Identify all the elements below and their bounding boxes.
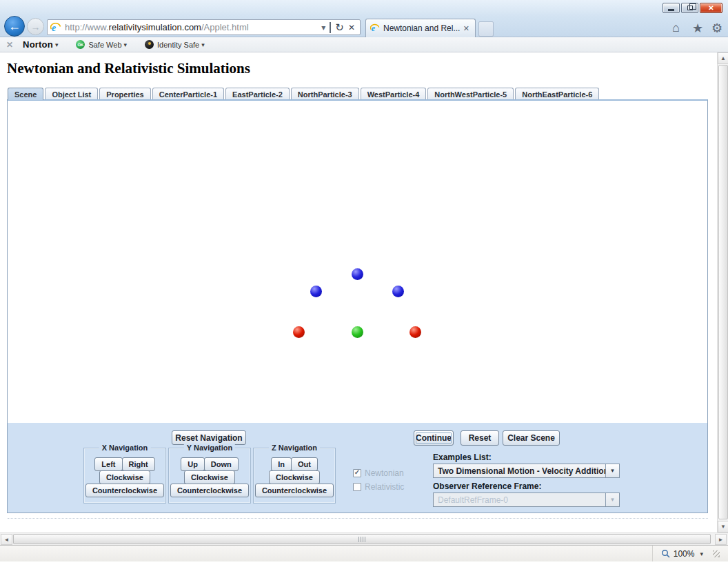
x-counterclockwise-button[interactable]: Counterclockwise xyxy=(85,484,164,497)
up-button[interactable]: Up xyxy=(181,457,205,471)
favorites-star-icon[interactable]: ★ xyxy=(692,21,703,36)
tools-gear-icon[interactable]: ⚙ xyxy=(711,21,722,36)
dropdown-arrow-icon[interactable]: ▼ xyxy=(605,464,619,477)
tab-close-icon[interactable]: ✕ xyxy=(462,24,471,33)
scroll-left-icon[interactable]: ◄ xyxy=(1,534,12,545)
z-clockwise-button[interactable]: Clockwise xyxy=(269,470,320,484)
tab-centerparticle-1[interactable]: CenterParticle-1 xyxy=(152,88,224,100)
observer-frame-dropdown: DefaultRefFrame-0 ▼ xyxy=(433,493,620,507)
newtonian-label: Newtonian xyxy=(365,468,404,478)
back-button[interactable]: ← xyxy=(4,16,25,37)
identity-safe-caret-icon: ▾ xyxy=(201,41,205,48)
tab-eastparticle-2[interactable]: EastParticle-2 xyxy=(225,88,290,100)
identity-safe-menu[interactable]: Identity Safe ▾ xyxy=(145,40,205,49)
zoom-control[interactable]: 100% ▾ xyxy=(652,546,728,561)
restore-icon xyxy=(687,6,693,10)
y-navigation-title: Y Navigation xyxy=(184,444,235,452)
continue-button[interactable]: Continue xyxy=(414,430,454,446)
identity-safe-icon xyxy=(145,40,154,49)
y-clockwise-button[interactable]: Clockwise xyxy=(184,470,235,484)
tab-westparticle-4[interactable]: WestParticle-4 xyxy=(361,88,427,100)
reset-navigation-button[interactable]: Reset Navigation xyxy=(172,430,246,445)
particle-west[interactable] xyxy=(293,326,305,338)
taskbar xyxy=(0,561,728,567)
home-icon[interactable]: ⌂ xyxy=(672,21,680,35)
refresh-icon[interactable]: ↻ xyxy=(335,22,344,32)
out-button[interactable]: Out xyxy=(291,457,318,471)
checkbox-box: ✓ xyxy=(353,483,361,491)
x-navigation-group: X Navigation Left Right Clockwise Counte… xyxy=(83,448,166,504)
examples-list-value: Two Dimensional Motion - Velocity Additi… xyxy=(434,464,605,477)
left-button[interactable]: Left xyxy=(94,457,122,471)
particle-center[interactable] xyxy=(352,326,363,338)
x-clockwise-button[interactable]: Clockwise xyxy=(99,470,150,484)
particle-northwest[interactable] xyxy=(310,286,322,297)
resize-grip[interactable] xyxy=(713,550,720,557)
z-navigation-group: Z Navigation In Out Clockwise Counterclo… xyxy=(253,448,336,504)
right-button[interactable]: Right xyxy=(122,457,155,471)
tab-scene[interactable]: Scene xyxy=(8,88,43,100)
examples-list-label: Examples List: xyxy=(433,452,492,462)
screen: ✕ ← → e http://www.relativitysimulation.… xyxy=(0,0,728,567)
scene-canvas[interactable] xyxy=(7,99,708,424)
tab-northeastparticle-6[interactable]: NorthEastParticle-6 xyxy=(515,88,599,100)
norton-toolbar: ✕ Norton ▾ OK Safe Web ▾ Identity Safe ▾ xyxy=(0,37,728,52)
scroll-up-icon[interactable]: ▲ xyxy=(718,52,728,64)
url-dropdown-icon[interactable]: ▾ xyxy=(321,23,325,32)
window-minimize-button[interactable] xyxy=(663,3,680,13)
forward-button[interactable]: → xyxy=(27,18,44,35)
browser-chrome: ✕ ← → e http://www.relativitysimulation.… xyxy=(0,0,728,37)
examples-list-dropdown[interactable]: Two Dimensional Motion - Velocity Additi… xyxy=(433,464,620,478)
down-button[interactable]: Down xyxy=(204,457,239,471)
ie-logo-icon: e xyxy=(50,22,61,33)
in-button[interactable]: In xyxy=(271,457,292,471)
z-counterclockwise-button[interactable]: Counterclockwise xyxy=(255,484,334,497)
vertical-scrollbar[interactable]: ▲ ▼ xyxy=(717,52,728,533)
x-navigation-title: X Navigation xyxy=(99,444,151,452)
particle-north[interactable] xyxy=(352,268,363,280)
window-restore-button[interactable] xyxy=(681,3,698,13)
safe-web-icon: OK xyxy=(76,40,85,49)
page-title: Newtonian and Relativistic Simulations xyxy=(7,60,250,77)
scroll-right-icon[interactable]: ► xyxy=(715,534,727,545)
reset-button[interactable]: Reset xyxy=(461,430,499,446)
stop-icon[interactable]: ✕ xyxy=(348,23,355,32)
compatibility-view-icon[interactable] xyxy=(330,23,331,32)
particle-east[interactable] xyxy=(410,326,421,338)
url-text: http://www.relativitysimulation.com/Appl… xyxy=(65,22,319,32)
window-close-button[interactable]: ✕ xyxy=(700,3,722,13)
tab-properties[interactable]: Properties xyxy=(99,88,150,100)
tab-northparticle-3[interactable]: NorthParticle-3 xyxy=(291,88,359,100)
zoom-caret-icon[interactable]: ▾ xyxy=(700,550,703,557)
check-icon: ✓ xyxy=(354,469,360,476)
scrollbar-grip xyxy=(358,537,366,542)
norton-close-icon[interactable]: ✕ xyxy=(6,40,13,50)
close-icon: ✕ xyxy=(708,4,714,12)
forward-arrow-icon: → xyxy=(31,21,41,32)
checkbox-box: ✓ xyxy=(353,469,361,477)
tab-northwestparticle-5[interactable]: NorthWestParticle-5 xyxy=(427,88,514,100)
relativistic-checkbox[interactable]: ✓ Relativistic xyxy=(353,482,404,492)
norton-menu[interactable]: Norton xyxy=(23,39,53,50)
scroll-down-icon[interactable]: ▼ xyxy=(718,521,728,533)
safe-web-menu[interactable]: OK Safe Web ▾ xyxy=(76,40,127,49)
z-navigation-title: Z Navigation xyxy=(269,444,320,452)
address-bar[interactable]: e http://www.relativitysimulation.com/Ap… xyxy=(47,19,361,35)
minimize-icon xyxy=(668,9,674,11)
y-counterclockwise-button[interactable]: Counterclockwise xyxy=(170,484,249,497)
horizontal-scrollbar[interactable]: ◄ ► xyxy=(0,533,728,545)
clear-scene-button[interactable]: Clear Scene xyxy=(503,430,560,446)
browser-tab[interactable]: e Newtonian and Rel... ✕ xyxy=(365,19,476,37)
vertical-scrollbar-thumb[interactable] xyxy=(718,65,728,519)
applet-tab-strip: Scene Object List Properties CenterParti… xyxy=(8,88,599,100)
back-arrow-icon: ← xyxy=(8,19,21,34)
page-divider xyxy=(8,518,708,519)
new-tab-button[interactable] xyxy=(478,21,494,37)
particle-northeast[interactable] xyxy=(392,286,404,297)
tab-object-list[interactable]: Object List xyxy=(45,88,98,100)
observer-frame-label: Observer Reference Frame: xyxy=(433,481,541,491)
browser-tab-title: Newtonian and Rel... xyxy=(383,23,462,33)
newtonian-checkbox[interactable]: ✓ Newtonian xyxy=(353,468,404,478)
horizontal-scrollbar-thumb[interactable] xyxy=(13,534,711,544)
relativistic-label: Relativistic xyxy=(365,482,404,492)
